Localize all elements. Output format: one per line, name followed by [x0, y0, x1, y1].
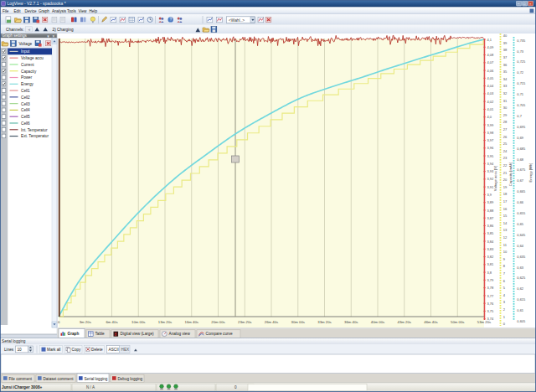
svg-text:3,8: 3,8 [487, 271, 492, 275]
svg-text:Delete: Delete [91, 348, 103, 352]
svg-text:3,86: 3,86 [487, 224, 495, 228]
svg-text:3,97: 3,97 [487, 138, 495, 142]
svg-text:3,84: 3,84 [487, 240, 495, 244]
svg-text:Mark all: Mark all [47, 348, 60, 352]
svg-text:?: ? [170, 17, 173, 22]
svg-text:Cell3: Cell3 [21, 102, 30, 106]
svg-text:0,665: 0,665 [517, 189, 526, 193]
svg-text:3,99: 3,99 [487, 123, 495, 127]
svg-text:Cell1: Cell1 [21, 89, 30, 93]
svg-text:Junsi iCharger 3008+: Junsi iCharger 3008+ [2, 385, 43, 389]
svg-text:4,03: 4,03 [487, 91, 495, 95]
svg-text:Serial logging: Serial logging [85, 377, 108, 381]
svg-text:▼: ▼ [47, 34, 50, 39]
svg-text:3,89: 3,89 [487, 200, 495, 204]
svg-text:3,74: 3,74 [487, 317, 495, 321]
svg-text:30: 30 [503, 106, 508, 110]
svg-text:14: 14 [503, 221, 508, 225]
svg-text:4,08: 4,08 [487, 53, 495, 57]
svg-text:–: – [518, 2, 520, 6]
svg-text:10m 00s: 10m 00s [131, 320, 145, 324]
svg-text:Energy: Energy [21, 82, 34, 86]
svg-text:<Wahl..>: <Wahl..> [229, 18, 245, 23]
svg-text:HEX: HEX [121, 348, 131, 352]
svg-text:0,67: 0,67 [517, 178, 524, 183]
svg-text:Ext. Temperatur: Ext. Temperatur [21, 134, 49, 138]
svg-text:Tools: Tools [67, 9, 76, 13]
svg-text:3,83: 3,83 [487, 247, 495, 251]
svg-text:3,76: 3,76 [487, 302, 495, 306]
svg-text:3,95: 3,95 [487, 154, 495, 158]
svg-text:27: 27 [503, 127, 508, 132]
svg-text:3,96: 3,96 [487, 146, 495, 150]
svg-text:3,82: 3,82 [487, 255, 495, 259]
svg-text:20m 00s: 20m 00s [211, 320, 224, 324]
svg-text:46m 40s: 46m 40s [424, 320, 437, 324]
svg-text:3,78: 3,78 [487, 286, 495, 290]
svg-text:4,07: 4,07 [487, 60, 495, 64]
svg-text:0,62: 0,62 [517, 286, 524, 291]
svg-text:16: 16 [503, 207, 508, 211]
svg-text:Channels:: Channels: [6, 28, 24, 32]
svg-text:3m 20s: 3m 20s [80, 320, 91, 324]
svg-text:Copy: Copy [72, 348, 82, 352]
svg-text:Compare curve: Compare curve [206, 332, 233, 336]
svg-text:13m 20s: 13m 20s [158, 320, 172, 324]
svg-text:30m 00s: 30m 00s [291, 320, 305, 324]
svg-text:Power: Power [21, 75, 33, 80]
svg-text:4,01: 4,01 [487, 107, 495, 111]
svg-text:0,635: 0,635 [517, 255, 526, 259]
svg-text:Int. Temperatur: Int. Temperatur [21, 128, 48, 132]
svg-text:12: 12 [503, 235, 508, 240]
svg-text:0,695: 0,695 [517, 125, 526, 129]
svg-text:◄: ◄ [27, 28, 31, 32]
svg-text:View: View [79, 9, 88, 13]
svg-text:3,77: 3,77 [487, 294, 495, 298]
svg-text:0,725: 0,725 [517, 59, 526, 64]
svg-text:34: 34 [503, 77, 508, 81]
svg-text:24: 24 [503, 149, 508, 153]
svg-text:×: × [53, 34, 55, 39]
svg-text:0,735: 0,735 [517, 39, 526, 43]
svg-text:Voltage accu [V]: Voltage accu [V] [493, 166, 497, 191]
svg-text:0,705: 0,705 [517, 103, 526, 107]
svg-text:0,675: 0,675 [517, 168, 526, 172]
svg-text:36: 36 [503, 63, 508, 67]
svg-text:Energy [Wh]: Energy [Wh] [528, 162, 533, 182]
svg-text:37: 37 [503, 55, 508, 59]
svg-text:0,69: 0,69 [517, 136, 524, 140]
svg-text:0,65: 0,65 [517, 222, 524, 226]
svg-text:Voltage: Voltage [19, 42, 33, 46]
svg-text:3,98: 3,98 [487, 131, 495, 135]
svg-text:Table: Table [95, 332, 106, 336]
svg-text:4,06: 4,06 [487, 69, 495, 73]
svg-text:Help: Help [90, 9, 98, 13]
svg-text:Capacity [mAh]: Capacity [mAh] [508, 162, 513, 186]
svg-text:Cell4: Cell4 [21, 108, 30, 112]
svg-text:21: 21 [503, 171, 508, 175]
svg-text:32: 32 [503, 91, 508, 95]
svg-text:Graph settings: Graph settings [3, 34, 28, 38]
svg-text:33m 20s: 33m 20s [317, 320, 331, 324]
svg-text:50m 00s: 50m 00s [451, 320, 464, 324]
svg-text:19: 19 [503, 185, 508, 189]
svg-text:38: 38 [503, 48, 508, 52]
svg-text:Current: Current [21, 63, 34, 67]
svg-text:33: 33 [503, 84, 508, 88]
svg-text:28: 28 [503, 120, 508, 124]
svg-text:0,715: 0,715 [517, 81, 526, 85]
svg-text:Debug logging: Debug logging [118, 377, 143, 381]
svg-text:3,81: 3,81 [487, 262, 495, 266]
svg-text:0,625: 0,625 [517, 276, 526, 280]
svg-text:3,87: 3,87 [487, 216, 495, 220]
svg-text:22: 22 [503, 163, 508, 168]
svg-text:23m 20s: 23m 20s [238, 320, 251, 324]
svg-text:LogView - V2.7.1 - spadoooka *: LogView - V2.7.1 - spadoooka * [8, 1, 66, 6]
svg-text:Cell5: Cell5 [21, 115, 30, 119]
svg-text:0,605: 0,605 [517, 319, 526, 323]
svg-text:4,09: 4,09 [487, 45, 495, 49]
svg-text:15: 15 [503, 214, 508, 218]
svg-text:0,7: 0,7 [517, 114, 522, 118]
svg-text:10: 10 [18, 348, 23, 352]
svg-text:Cell2: Cell2 [21, 95, 30, 100]
